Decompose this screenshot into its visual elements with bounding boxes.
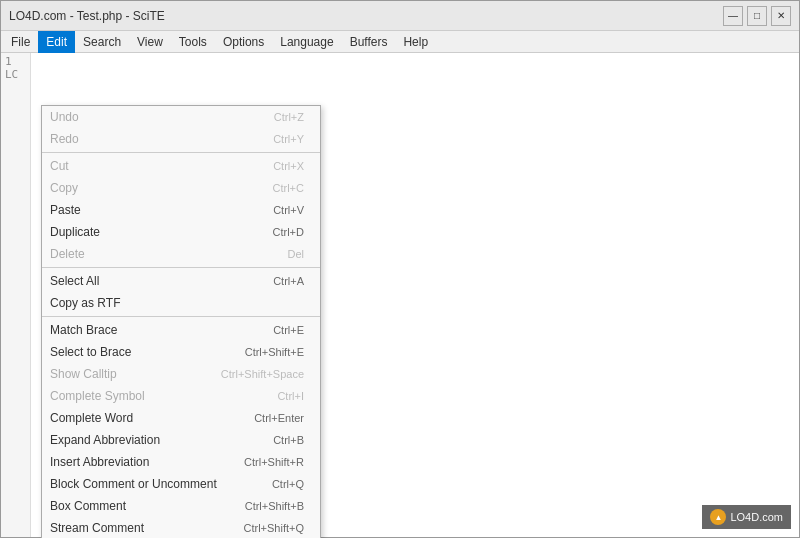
watermark-icon: ▲ [710, 509, 726, 525]
menu-item-box-comment[interactable]: Box Comment Ctrl+Shift+B [42, 495, 320, 517]
menu-item-delete[interactable]: Delete Del [42, 243, 320, 265]
line-numbers: 1 LC [1, 53, 31, 537]
menu-edit[interactable]: Edit [38, 31, 75, 53]
menu-item-copy[interactable]: Copy Ctrl+C [42, 177, 320, 199]
menu-item-select-to-brace[interactable]: Select to Brace Ctrl+Shift+E [42, 341, 320, 363]
menu-item-undo[interactable]: Undo Ctrl+Z [42, 106, 320, 128]
menu-item-copy-as-rtf[interactable]: Copy as RTF [42, 292, 320, 314]
menu-buffers[interactable]: Buffers [342, 31, 396, 53]
menu-item-complete-symbol[interactable]: Complete Symbol Ctrl+I [42, 385, 320, 407]
close-button[interactable]: ✕ [771, 6, 791, 26]
line-number-1: 1 LC [5, 55, 26, 81]
menu-item-duplicate[interactable]: Duplicate Ctrl+D [42, 221, 320, 243]
menu-item-complete-word[interactable]: Complete Word Ctrl+Enter [42, 407, 320, 429]
window-controls: — □ ✕ [723, 6, 791, 26]
menu-tools[interactable]: Tools [171, 31, 215, 53]
menu-help[interactable]: Help [395, 31, 436, 53]
menu-item-block-comment[interactable]: Block Comment or Uncomment Ctrl+Q [42, 473, 320, 495]
menu-item-redo[interactable]: Redo Ctrl+Y [42, 128, 320, 150]
menu-item-show-calltip[interactable]: Show Calltip Ctrl+Shift+Space [42, 363, 320, 385]
separator-3 [42, 316, 320, 317]
menu-options[interactable]: Options [215, 31, 272, 53]
maximize-button[interactable]: □ [747, 6, 767, 26]
separator-2 [42, 267, 320, 268]
title-bar: LO4D.com - Test.php - SciTE — □ ✕ [1, 1, 799, 31]
menu-language[interactable]: Language [272, 31, 341, 53]
minimize-button[interactable]: — [723, 6, 743, 26]
menu-file[interactable]: File [3, 31, 38, 53]
separator-1 [42, 152, 320, 153]
edit-dropdown-menu: Undo Ctrl+Z Redo Ctrl+Y Cut Ctrl+X Copy … [41, 105, 321, 538]
menu-search[interactable]: Search [75, 31, 129, 53]
watermark: ▲ LO4D.com [702, 505, 791, 529]
menu-item-match-brace[interactable]: Match Brace Ctrl+E [42, 319, 320, 341]
editor-area: 1 LC Undo Ctrl+Z Redo Ctrl+Y Cut Ctrl+X … [1, 53, 799, 537]
menu-view[interactable]: View [129, 31, 171, 53]
watermark-text: LO4D.com [730, 511, 783, 523]
menu-item-expand-abbreviation[interactable]: Expand Abbreviation Ctrl+B [42, 429, 320, 451]
menu-item-cut[interactable]: Cut Ctrl+X [42, 155, 320, 177]
menu-item-paste[interactable]: Paste Ctrl+V [42, 199, 320, 221]
main-window: LO4D.com - Test.php - SciTE — □ ✕ File E… [0, 0, 800, 538]
menu-bar: File Edit Search View Tools Options Lang… [1, 31, 799, 53]
menu-item-select-all[interactable]: Select All Ctrl+A [42, 270, 320, 292]
window-title: LO4D.com - Test.php - SciTE [9, 9, 165, 23]
menu-item-stream-comment[interactable]: Stream Comment Ctrl+Shift+Q [42, 517, 320, 538]
menu-item-insert-abbreviation[interactable]: Insert Abbreviation Ctrl+Shift+R [42, 451, 320, 473]
